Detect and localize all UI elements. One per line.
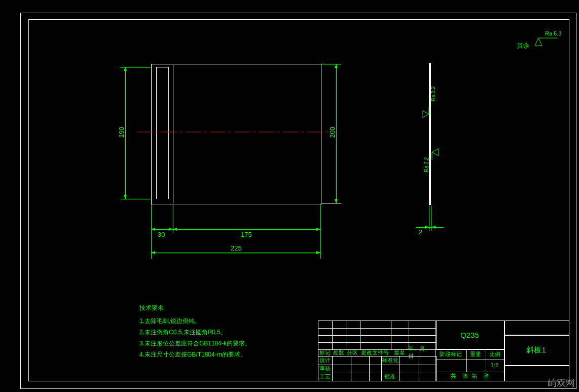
front-view-outline [151, 64, 321, 204]
tb-mark: 标记 [318, 349, 332, 356]
technical-requirements: 技术要求 1.去除毛刺,锐边倒钝。 2.未注倒角C0.5,未注圆角R0.5。 3… [139, 302, 251, 360]
tb-change: 更改文件号 [359, 349, 390, 356]
tb-scale: 比例 [485, 349, 504, 359]
tb-sheet: 共 张 第 张 [436, 371, 504, 380]
dim-200-arrow-bottom [335, 199, 338, 203]
dim-175-line [173, 229, 320, 230]
tb-design: 设计 [318, 356, 332, 364]
dim-30-text: 30 [158, 231, 165, 238]
dim-30-arrow-l [151, 228, 155, 231]
dim-ext-v-632-l [320, 204, 321, 259]
surface-finish-global-label: 其余 [517, 42, 529, 50]
dim-200-arrow-top [335, 64, 338, 68]
tb-qty: 处数 [332, 349, 345, 356]
tb-check: 审核 [318, 364, 332, 372]
front-view-notch-right [168, 67, 169, 199]
tb-zone: 分区 [345, 349, 359, 356]
tb-material: Q235 [436, 320, 504, 349]
dim-2-arrow-l [425, 226, 429, 229]
dim-ext-v-298 [151, 204, 152, 259]
tb-part-name: 斜板1 [504, 335, 568, 365]
tb-scale-val: 1:2 [485, 359, 504, 371]
dim-2-text: 2 [419, 228, 422, 236]
dim-225-text: 225 [231, 244, 242, 252]
surface-finish-global-symbol [532, 35, 563, 51]
dim-2-line [416, 227, 444, 228]
tb-sign: 签名 [390, 349, 408, 356]
tech-note-1: 1.去除毛刺,锐边倒钝。 [139, 315, 251, 327]
dim-190-text: 190 [118, 127, 125, 138]
dim-ext-200-bottom [321, 203, 341, 204]
watermark: 屿双网 [548, 377, 575, 389]
tb-approve: 批准 [381, 372, 399, 380]
dim-175-text: 175 [241, 231, 252, 238]
centerline [137, 131, 332, 133]
side-view-outline [429, 63, 431, 205]
dim-225-line [151, 253, 320, 253]
dim-200-line [336, 64, 337, 203]
tb-process: 工艺 [318, 372, 332, 380]
tb-date: 年、月、日 [408, 349, 436, 356]
dim-200-text: 200 [329, 127, 336, 138]
surface-finish-global-value: Ra 6.3 [545, 30, 561, 37]
surface-finish-top-symbol [422, 106, 432, 122]
tech-note-4: 4.未注尺寸公差按GB/T1804-m的要求。 [139, 349, 251, 360]
surface-finish-top-value: Ra 3.2 [430, 86, 436, 101]
dim-190-line [125, 67, 126, 199]
surface-finish-bottom-value: Ra 3.2 [424, 157, 429, 172]
tb-weight: 重量 [466, 349, 485, 359]
dim-30-arrow-r [169, 228, 173, 231]
dim-190-arrow-bottom [124, 195, 127, 199]
tech-title: 技术要求 [139, 302, 251, 313]
title-block: 标记 处数 分区 更改文件号 签名 年、月、日 设计 标准化 审核 工艺 批准 … [318, 320, 568, 380]
dim-225-arrow-l [151, 251, 155, 254]
tech-note-3: 3.未注形位公差应符合GB1184-k的要求。 [139, 338, 251, 349]
tb-standard: 标准化 [381, 356, 399, 364]
dim-ext-190-bottom [120, 199, 151, 199]
front-view-notch-top [156, 67, 168, 67]
tb-stage: 阶段标记 [436, 349, 466, 359]
tech-note-2: 2.未注倒角C0.5,未注圆角R0.5。 [139, 327, 251, 338]
dim-2-arrow-r [431, 226, 436, 229]
dim-190-arrow-top [124, 67, 127, 71]
dim-175-arrow-l [173, 228, 177, 231]
dim-225-arrow-r [316, 251, 320, 254]
front-view-notch-left [156, 67, 157, 199]
front-view-separator [173, 65, 173, 203]
dim-ext-200-top [321, 64, 341, 64]
surface-finish-bottom-symbol [431, 145, 441, 160]
dim-175-arrow-r [316, 228, 320, 231]
